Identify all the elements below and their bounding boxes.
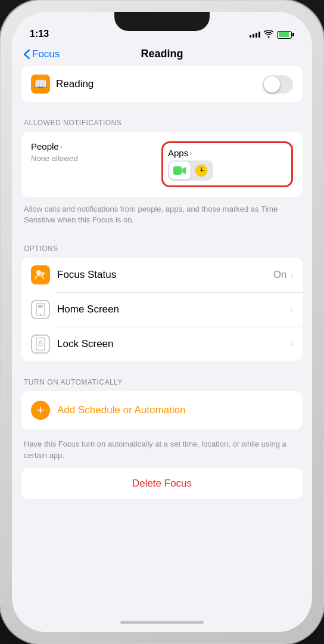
battery-icon [277,31,294,39]
book-icon: 📖 [31,75,50,94]
svg-rect-8 [38,305,43,308]
lock-screen-row[interactable]: Lock Screen › [21,327,303,361]
apps-column[interactable]: Apps › [161,141,293,187]
svg-rect-11 [39,343,42,346]
nav-bar: Focus Reading [12,43,312,66]
add-automation-label: Add Schedule or Automation [57,404,185,416]
delete-focus-label: Delete Focus [132,478,192,489]
home-screen-label: Home Screen [57,304,290,315]
phone-frame: 1:13 [0,0,324,644]
options-header: OPTIONS [21,233,303,258]
back-label: Focus [32,48,60,60]
reading-toggle-card: 📖 Reading [21,66,303,102]
toggle-knob [264,76,280,92]
options-card: Focus Status On › Home Screen › [21,258,303,361]
lock-screen-chevron-icon: › [290,339,293,349]
signal-bars-icon [250,32,260,38]
apps-icons-row [168,160,286,181]
turn-on-automatically-header: TURN ON AUTOMATICALLY [21,366,303,391]
svg-rect-0 [173,166,182,175]
home-indicator [12,612,312,632]
focus-status-icon [31,265,50,284]
apps-toggle-inline [168,160,213,181]
people-column[interactable]: People › None allowed [31,141,149,187]
notch [114,12,210,31]
svg-rect-10 [36,338,45,351]
allowed-notifications-header: ALLOWED NOTIFICATIONS [21,107,303,132]
automation-row: + Add Schedule or Automation [31,401,293,420]
home-screen-chevron-icon: › [290,305,293,314]
reading-toggle-switch[interactable] [263,75,293,94]
focus-status-label: Focus Status [57,269,273,281]
notifications-card: People › None allowed Apps › [21,132,303,197]
delete-focus-card[interactable]: Delete Focus [21,468,303,499]
page-title: Reading [141,48,183,60]
focus-status-row[interactable]: Focus Status On › [21,258,303,292]
lock-screen-icon [31,335,50,354]
focus-status-chevron-icon: › [290,270,293,280]
home-screen-row[interactable]: Home Screen › [21,292,303,327]
svg-point-5 [36,270,41,275]
lock-screen-label: Lock Screen [57,338,290,350]
people-label: People › [31,141,149,151]
clock-icon [191,162,212,179]
apps-label: Apps › [168,148,286,158]
add-automation-icon: + [31,401,50,420]
svg-point-6 [41,272,45,275]
focus-status-value: On [273,269,287,281]
wifi-icon [264,30,273,39]
home-screen-icon [31,300,50,319]
content-area: 📖 Reading ALLOWED NOTIFICATIONS People [12,66,312,612]
notifications-row: People › None allowed Apps › [31,141,293,187]
svg-point-9 [40,314,42,315]
home-bar [120,621,204,624]
notifications-description: Allow calls and notifications from peopl… [21,199,303,228]
back-button[interactable]: Focus [24,48,60,60]
add-automation-card[interactable]: + Add Schedule or Automation [21,391,303,429]
people-sublabel: None allowed [31,154,149,163]
reading-toggle-left: 📖 Reading [31,75,94,94]
status-time: 1:13 [30,29,49,39]
automation-description: Have this Focus turn on automatically at… [21,434,303,463]
status-icons [250,30,294,39]
people-chevron-icon: › [60,143,63,151]
reading-label: Reading [56,78,94,90]
phone-screen: 1:13 [12,12,312,632]
facetime-icon [169,162,191,179]
reading-toggle-row: 📖 Reading [21,66,303,102]
apps-chevron-icon: › [189,149,192,157]
